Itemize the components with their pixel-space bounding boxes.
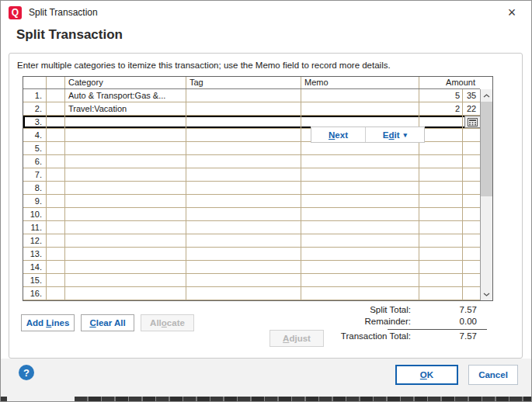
tag-cell[interactable] xyxy=(186,102,301,115)
tag-cell[interactable] xyxy=(186,89,301,102)
category-cell[interactable] xyxy=(65,116,186,128)
amount-cents-cell[interactable] xyxy=(463,142,480,154)
memo-cell[interactable] xyxy=(301,89,419,102)
memo-cell[interactable] xyxy=(301,168,419,181)
amount-cents-cell[interactable] xyxy=(463,129,480,141)
tag-cell[interactable] xyxy=(186,221,301,234)
tag-cell[interactable] xyxy=(186,155,301,168)
amount-dollars-cell[interactable] xyxy=(419,208,463,220)
table-row[interactable]: 5. xyxy=(23,142,480,155)
memo-cell[interactable] xyxy=(301,221,419,234)
category-cell[interactable] xyxy=(65,287,186,300)
category-cell[interactable]: Travel:Vacation xyxy=(65,102,186,115)
tag-cell[interactable] xyxy=(186,182,301,194)
amount-cents-cell[interactable]: 35 xyxy=(463,89,480,102)
category-cell[interactable] xyxy=(65,195,186,207)
category-cell[interactable] xyxy=(65,234,186,247)
table-row[interactable]: 12. xyxy=(23,234,480,248)
amount-dollars-cell[interactable] xyxy=(419,182,463,194)
amount-dollars-cell[interactable] xyxy=(419,168,463,181)
amount-cents-cell[interactable] xyxy=(463,221,480,234)
flag-cell[interactable] xyxy=(47,287,65,300)
memo-cell[interactable] xyxy=(301,274,419,286)
flag-cell[interactable] xyxy=(47,182,65,194)
category-cell[interactable] xyxy=(65,208,186,220)
category-cell[interactable] xyxy=(65,142,186,154)
memo-cell[interactable] xyxy=(301,182,419,194)
amount-cents-cell[interactable]: 22 xyxy=(463,102,480,115)
next-button[interactable]: Next xyxy=(311,127,366,142)
flag-cell[interactable] xyxy=(47,155,65,168)
amount-dollars-cell[interactable] xyxy=(419,248,463,260)
amount-dollars-cell[interactable] xyxy=(419,195,463,207)
flag-cell[interactable] xyxy=(47,129,65,141)
table-row[interactable]: 8. xyxy=(23,182,480,195)
tag-cell[interactable] xyxy=(186,248,301,260)
add-lines-button[interactable]: Add Lines xyxy=(21,314,75,331)
memo-cell[interactable] xyxy=(301,287,419,300)
memo-cell[interactable] xyxy=(301,102,419,115)
scrollbar-thumb[interactable] xyxy=(481,102,492,196)
memo-cell[interactable] xyxy=(301,142,419,154)
flag-cell[interactable] xyxy=(47,142,65,154)
amount-cents-cell[interactable] xyxy=(463,287,480,300)
calculator-button[interactable] xyxy=(464,116,480,128)
clear-all-button[interactable]: Clear All xyxy=(81,314,134,331)
category-cell[interactable] xyxy=(65,168,186,181)
memo-cell[interactable] xyxy=(301,261,419,273)
amount-dollars-cell[interactable] xyxy=(419,221,463,234)
table-row[interactable]: 6. xyxy=(23,155,480,168)
flag-cell[interactable] xyxy=(47,102,65,115)
vertical-scrollbar[interactable] xyxy=(480,89,492,300)
edit-button[interactable]: Edit ▾ xyxy=(366,127,424,142)
tag-cell[interactable] xyxy=(186,168,301,181)
flag-cell[interactable] xyxy=(47,168,65,181)
amount-cents-cell[interactable] xyxy=(463,168,480,181)
table-row[interactable]: 11. xyxy=(23,221,480,234)
table-row[interactable]: 2. Travel:Vacation 2 22 xyxy=(23,102,480,116)
cancel-button[interactable]: Cancel xyxy=(468,365,518,385)
tag-cell[interactable] xyxy=(186,142,301,154)
tag-cell[interactable] xyxy=(186,234,301,247)
memo-cell[interactable] xyxy=(301,208,419,220)
category-cell[interactable]: Auto & Transport:Gas &... xyxy=(65,89,186,102)
flag-cell[interactable] xyxy=(47,221,65,234)
amount-cents-cell[interactable] xyxy=(463,248,480,260)
category-cell[interactable] xyxy=(65,129,186,141)
allocate-button[interactable]: Allocate xyxy=(141,314,194,331)
help-button[interactable]: ? xyxy=(19,365,34,380)
amount-cents-cell[interactable] xyxy=(463,274,480,286)
ok-button[interactable]: OK xyxy=(395,365,458,385)
category-cell[interactable] xyxy=(65,274,186,286)
tag-cell[interactable] xyxy=(186,274,301,286)
flag-cell[interactable] xyxy=(47,261,65,273)
flag-cell[interactable] xyxy=(47,208,65,220)
amount-dollars-cell[interactable] xyxy=(419,129,463,141)
amount-cents-cell[interactable] xyxy=(463,234,480,247)
tag-cell[interactable] xyxy=(186,195,301,207)
flag-cell[interactable] xyxy=(47,89,65,102)
category-cell[interactable] xyxy=(65,248,186,260)
table-row[interactable]: 16. xyxy=(23,287,480,300)
memo-cell[interactable] xyxy=(301,155,419,168)
flag-cell[interactable] xyxy=(47,248,65,260)
tag-cell[interactable] xyxy=(186,261,301,273)
memo-cell[interactable] xyxy=(301,248,419,260)
amount-cents-cell[interactable] xyxy=(463,155,480,168)
scroll-down-button[interactable] xyxy=(481,288,492,300)
table-row[interactable]: 13. xyxy=(23,248,480,261)
category-cell[interactable] xyxy=(65,221,186,234)
amount-dollars-cell[interactable] xyxy=(419,142,463,154)
amount-cents-cell[interactable] xyxy=(463,182,480,194)
amount-dollars-cell[interactable] xyxy=(419,116,463,128)
table-row[interactable]: 1. Auto & Transport:Gas &... 5 35 xyxy=(23,89,480,102)
flag-cell[interactable] xyxy=(47,274,65,286)
amount-cents-cell[interactable] xyxy=(463,195,480,207)
tag-cell[interactable] xyxy=(186,129,301,141)
amount-dollars-cell[interactable] xyxy=(419,261,463,273)
table-row[interactable]: 10. xyxy=(23,208,480,221)
close-icon[interactable]: × xyxy=(500,3,523,22)
table-row[interactable]: 7. xyxy=(23,168,480,182)
flag-cell[interactable] xyxy=(47,195,65,207)
category-cell[interactable] xyxy=(65,261,186,273)
